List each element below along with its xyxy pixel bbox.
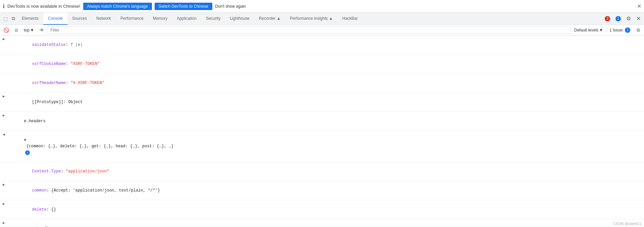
tab-bar: ⬚ ⧉ Elements Console Sources Network Per… [0, 13, 644, 25]
info-tooltip-icon: i [25, 150, 30, 155]
console-line: ▶ delete: {} [0, 200, 644, 219]
filter-container [48, 26, 571, 34]
line-expand-arrow[interactable]: ▶ [3, 36, 8, 42]
default-levels-dropdown[interactable]: Default levels ▼ [572, 27, 605, 33]
switch-chinese-button[interactable]: Switch DevTools to Chinese [155, 3, 213, 10]
eye-button[interactable]: 👁 [38, 27, 46, 33]
line-space [3, 162, 8, 163]
dont-show-button[interactable]: Don't show again [215, 4, 246, 9]
line-expand-arrow[interactable]: ▶ [3, 112, 8, 119]
dock-icon[interactable]: ⬚ [1, 15, 10, 23]
return-indicator: ◀ [3, 131, 8, 138]
console-line: ▶ [[Prototype]]: Object [0, 93, 644, 112]
info-icon: ℹ [3, 3, 5, 9]
tab-bar-right: 3 1 ⚙ ✕ [603, 14, 643, 23]
console-line: ▶ e.headers [0, 112, 644, 131]
notification-bar: ℹ DevTools is now available in Chinese! … [0, 0, 644, 13]
error-badge[interactable]: 3 [603, 15, 612, 22]
line-space [3, 74, 8, 74]
settings-icon[interactable]: ⚙ [624, 14, 633, 23]
console-content: ▶ validateStatus: f (e) xsrfCookieName: … [0, 35, 644, 227]
clear-console-button[interactable]: 🚫 [1, 27, 11, 33]
message-badge[interactable]: 1 [613, 15, 623, 22]
line-expand-arrow[interactable]: ▶ [3, 201, 8, 207]
tab-recorder[interactable]: Recorder ▲ [254, 13, 285, 25]
line-expand-arrow[interactable]: ▶ [3, 220, 8, 226]
tab-console[interactable]: Console [43, 13, 67, 25]
tab-elements[interactable]: Elements [17, 13, 43, 25]
tab-hackbar[interactable]: HackBar [337, 13, 362, 25]
issue-count: 1 [625, 27, 630, 33]
context-selector[interactable]: top ▼ [22, 27, 36, 33]
line-space [3, 55, 8, 55]
tab-security[interactable]: Security [201, 13, 225, 25]
console-settings-icon[interactable]: ⚙ [634, 27, 643, 33]
levels-dropdown-icon: ▼ [599, 28, 603, 32]
context-dropdown-icon: ▼ [30, 28, 34, 32]
console-line: ▶ common: {Accept: 'application/json, te… [0, 181, 644, 200]
notification-close-button[interactable]: ✕ [637, 3, 641, 9]
line-expand-arrow[interactable]: ▶ [3, 93, 8, 99]
tab-lighthouse[interactable]: Lighthouse [225, 13, 254, 25]
filter-input[interactable] [49, 27, 569, 33]
message-count: 1 [615, 16, 621, 21]
console-line: ◀ ▼ {common: {…}, delete: {…}, get: {…},… [0, 131, 644, 162]
console-toolbar: 🚫 ⊘ top ▼ 👁 Default levels ▼ 1 Issue: 1 … [0, 25, 644, 35]
tab-network[interactable]: Network [92, 13, 116, 25]
issue-badge[interactable]: 1 Issue: 1 [606, 27, 633, 33]
tab-sources[interactable]: Sources [67, 13, 92, 25]
filter-toggle-button[interactable]: ⊘ [12, 27, 20, 33]
match-language-button[interactable]: Always match Chrome's language [83, 3, 152, 10]
console-line: ▶ validateStatus: f (e) [0, 35, 644, 55]
console-line: ▶ get: {} [0, 219, 644, 227]
console-line: xsrfCookieName: "XSRF-TOKEN" [0, 55, 644, 74]
console-line: xsrfHeaderName: "X-XSRF-TOKEN" [0, 74, 644, 93]
tab-application[interactable]: Application [172, 13, 201, 25]
notification-message: DevTools is now available in Chinese! [7, 4, 80, 9]
console-line: Content-Type: "application/json" [0, 162, 644, 181]
tab-memory[interactable]: Memory [148, 13, 172, 25]
undock-icon[interactable]: ⧉ [10, 14, 17, 23]
tab-performance-insights[interactable]: Performance insights ▲ [285, 13, 338, 25]
line-expand-arrow[interactable]: ▶ [3, 181, 8, 188]
tab-performance[interactable]: Performance [116, 13, 148, 25]
watermark: CSDN @vlan911 [613, 222, 641, 226]
devtools-close-icon[interactable]: ✕ [634, 14, 643, 23]
error-count: 3 [605, 16, 610, 21]
